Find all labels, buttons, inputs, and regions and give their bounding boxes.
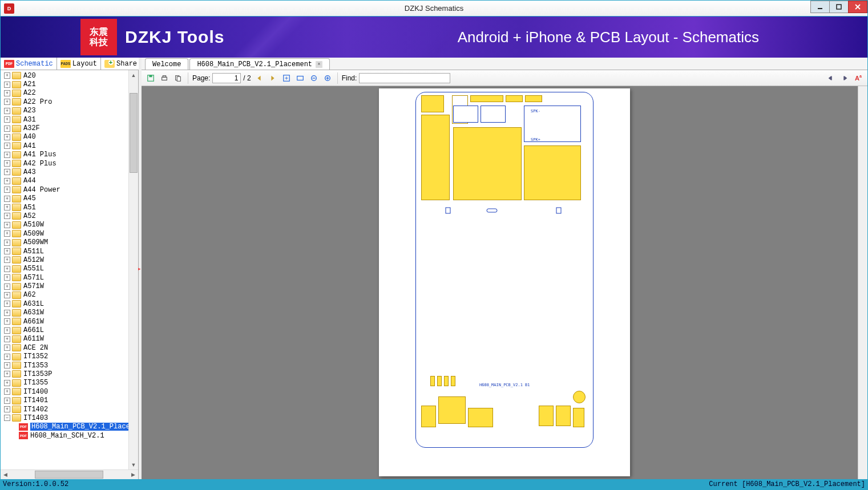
expand-icon[interactable] (4, 292, 10, 298)
tree-folder[interactable]: IT1403 (4, 414, 128, 422)
tree-folder[interactable]: IT1400 (4, 387, 128, 396)
expand-icon[interactable] (4, 274, 10, 281)
scroll-down-icon[interactable]: ▼ (129, 460, 138, 469)
text-size-button[interactable]: Aa (853, 72, 864, 84)
close-button[interactable] (848, 1, 867, 13)
expand-icon[interactable] (4, 248, 10, 254)
tree-folder[interactable]: A571L (4, 273, 128, 282)
tree-folder[interactable]: A509WM (4, 238, 128, 246)
expand-icon[interactable] (4, 345, 10, 351)
tree-folder[interactable]: IT1352 (4, 353, 128, 361)
tab-current-document[interactable]: H608_Main_PCB_V2.1_Placement × (189, 58, 330, 70)
find-prev-button[interactable] (825, 72, 837, 84)
expand-icon[interactable] (4, 116, 10, 123)
next-page-button[interactable] (267, 72, 278, 84)
tree-folder[interactable]: A23 (4, 107, 128, 115)
expand-icon[interactable] (4, 169, 10, 175)
expand-icon[interactable] (4, 398, 10, 404)
find-input[interactable] (359, 73, 450, 83)
tree-folder[interactable]: A52 (4, 212, 128, 220)
tree-folder[interactable]: A631L (4, 299, 128, 308)
expand-icon[interactable] (4, 318, 10, 325)
expand-icon[interactable] (4, 204, 10, 210)
expand-icon[interactable] (4, 82, 10, 88)
hscroll-thumb[interactable] (35, 471, 103, 479)
tree-file[interactable]: PDFH608_Main_SCH_V2.1 (4, 431, 128, 440)
tree-folder[interactable]: IT1353 (4, 361, 128, 370)
scroll-right-icon[interactable]: ▶ (128, 470, 138, 479)
tree-folder[interactable]: A44 Power (4, 185, 128, 194)
tab-welcome[interactable]: Welcome (145, 58, 188, 70)
tree-folder[interactable]: A512W (4, 256, 128, 264)
sidebar-tab-schematic[interactable]: PDF Schematic (1, 58, 57, 70)
expand-icon[interactable] (4, 125, 10, 132)
expand-icon[interactable] (4, 327, 10, 334)
tree-hscrollbar[interactable]: ◀ ▶ (1, 469, 138, 479)
expand-icon[interactable] (4, 301, 10, 307)
zoom-in-button[interactable] (322, 72, 333, 84)
tree-folder[interactable]: A31 (4, 115, 128, 124)
expand-icon[interactable] (4, 371, 10, 377)
tree-folder[interactable]: A511L (4, 247, 128, 256)
tree-folder[interactable]: A631W (4, 309, 128, 317)
tree-folder[interactable]: A509W (4, 229, 128, 238)
expand-icon[interactable] (4, 196, 10, 202)
prev-page-button[interactable] (253, 72, 265, 84)
expand-icon[interactable] (4, 152, 10, 158)
sidebar-tab-layout[interactable]: PADS Layout (57, 58, 101, 70)
expand-icon[interactable] (4, 415, 10, 421)
expand-icon[interactable] (4, 160, 10, 167)
expand-icon[interactable] (4, 240, 10, 246)
tree-folder[interactable]: A661L (4, 326, 128, 334)
tree-folder[interactable]: A44 (4, 177, 128, 185)
tree-folder[interactable]: IT1355 (4, 379, 128, 387)
print-button[interactable] (159, 72, 170, 84)
tree-folder[interactable]: A22 (4, 89, 128, 98)
tree[interactable]: A20A21A22A22 ProA23A31A32FA40A41A41 Plus… (1, 70, 128, 469)
pdf-viewer[interactable]: SPK- SPK+ H608_MAIN_PCB_V2.1 B1 (142, 86, 867, 479)
expand-icon[interactable] (4, 310, 10, 316)
expand-icon[interactable] (4, 406, 10, 412)
tree-folder[interactable]: IT1401 (4, 396, 128, 404)
expand-icon[interactable] (4, 108, 10, 114)
scroll-left-icon[interactable]: ◀ (1, 470, 10, 479)
expand-icon[interactable] (4, 187, 10, 193)
sidebar-tab-share[interactable]: Share (101, 58, 141, 70)
find-next-button[interactable] (839, 72, 850, 84)
fit-width-button[interactable] (294, 72, 306, 84)
scroll-thumb[interactable] (130, 93, 138, 173)
tree-scrollbar[interactable]: ▲ ▼ (128, 70, 138, 469)
tree-folder[interactable]: IT1353P (4, 370, 128, 378)
tree-folder[interactable]: A22 Pro (4, 98, 128, 106)
expand-icon[interactable] (4, 178, 10, 184)
tree-folder[interactable]: IT1402 (4, 405, 128, 414)
maximize-button[interactable] (829, 1, 849, 13)
expand-icon[interactable] (4, 230, 10, 237)
tree-file[interactable]: PDFH608_Main_PCB_V2.1_Placement (4, 423, 128, 431)
tree-folder[interactable]: A551L (4, 265, 128, 273)
expand-icon[interactable] (4, 362, 10, 368)
expand-icon[interactable] (4, 354, 10, 360)
fit-page-button[interactable] (281, 72, 292, 84)
tree-folder[interactable]: A661W (4, 317, 128, 326)
expand-icon[interactable] (4, 336, 10, 342)
expand-icon[interactable] (4, 222, 10, 228)
tree-folder[interactable]: A510W (4, 221, 128, 229)
tree-folder[interactable]: A41 (4, 141, 128, 150)
scroll-up-icon[interactable]: ▲ (129, 70, 138, 80)
tree-folder[interactable]: A42 Plus (4, 159, 128, 168)
zoom-out-button[interactable] (308, 72, 320, 84)
expand-icon[interactable] (4, 284, 10, 290)
tree-folder[interactable]: A62 (4, 291, 128, 299)
tree-folder[interactable]: A611W (4, 335, 128, 343)
save-button[interactable] (145, 72, 156, 84)
page-input[interactable] (212, 73, 241, 83)
tree-folder[interactable]: A21 (4, 80, 128, 88)
expand-icon[interactable] (4, 99, 10, 105)
tree-folder[interactable]: A45 (4, 194, 128, 203)
tree-folder[interactable]: A40 (4, 133, 128, 141)
expand-icon[interactable] (4, 380, 10, 386)
tree-folder[interactable]: A571W (4, 282, 128, 290)
minimize-button[interactable] (810, 1, 830, 13)
tree-folder[interactable]: A43 (4, 168, 128, 176)
